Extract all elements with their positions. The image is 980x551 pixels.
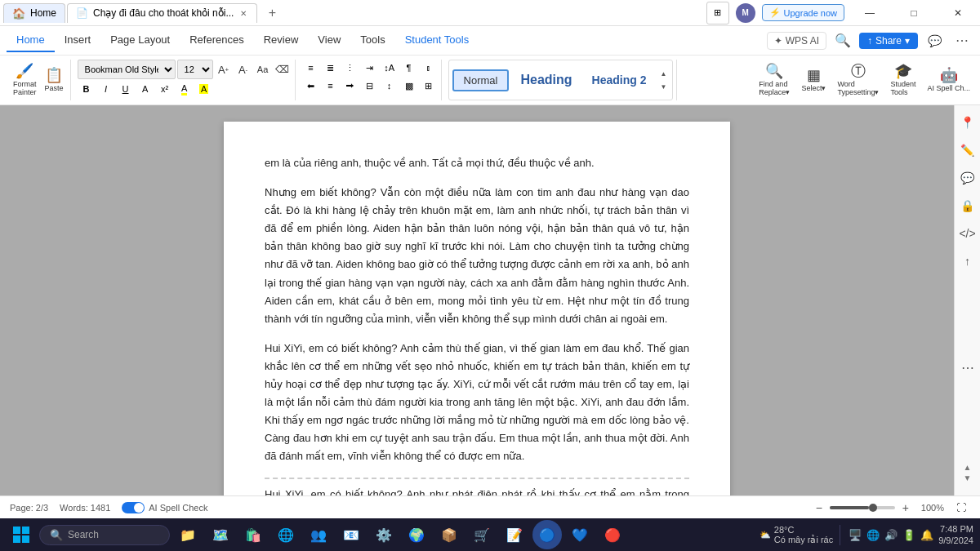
italic-btn[interactable]: I	[97, 81, 115, 97]
maximize-btn[interactable]: □	[895, 0, 933, 26]
notification-icon[interactable]: 🔔	[920, 529, 933, 541]
align-left-btn[interactable]: ⬅	[302, 78, 320, 94]
zoom-thumb[interactable]	[869, 504, 877, 512]
superscript-btn[interactable]: x²	[156, 81, 174, 97]
sidebar-comment-icon[interactable]: 💬	[957, 167, 978, 189]
text-color-btn[interactable]: A	[176, 81, 194, 97]
borders-btn[interactable]: ⊞	[420, 78, 438, 94]
bullet-list-btn[interactable]: ≡	[302, 60, 320, 76]
share-btn[interactable]: ↑ Share ▾	[859, 33, 918, 49]
taskbar-app-chrome[interactable]: 🔵	[532, 520, 562, 549]
highlight-btn[interactable]: A	[195, 81, 213, 97]
zoom-slider[interactable]	[830, 506, 895, 509]
font-color-btn[interactable]: A	[136, 81, 154, 97]
align-center-btn[interactable]: ≡	[322, 78, 340, 94]
taskbar-app-settings[interactable]: ⚙️	[369, 520, 399, 549]
full-screen-btn[interactable]: ⛶	[952, 499, 970, 517]
taskbar-app-browser[interactable]: 🌍	[402, 520, 431, 549]
style-scroll-up[interactable]: ▲	[657, 68, 669, 79]
profile-avatar[interactable]: M	[736, 3, 755, 23]
list-more-btn[interactable]: ⋮	[341, 60, 359, 76]
show-hide-btn[interactable]: ¶	[400, 60, 418, 76]
zoom-minus-btn[interactable]: −	[812, 500, 826, 515]
search-btn[interactable]: 🔍	[831, 29, 854, 52]
justify-btn[interactable]: ⊟	[361, 78, 379, 94]
taskbar-clock[interactable]: 7:48 PM 9/9/2024	[938, 523, 973, 547]
sort-btn[interactable]: ↕A	[381, 60, 399, 76]
taskbar-app-teams[interactable]: 👥	[304, 520, 333, 549]
taskbar-search[interactable]: 🔍 Search	[39, 525, 170, 545]
tab-tools[interactable]: Tools	[350, 29, 394, 52]
clear-format-btn[interactable]: ⌫	[274, 60, 292, 78]
paste-btn[interactable]: 📋 Paste	[42, 62, 67, 98]
style-normal-btn[interactable]: Normal	[452, 69, 510, 91]
page-down-btn[interactable]: ▼	[964, 473, 972, 482]
change-case-btn[interactable]: Aa	[254, 60, 272, 78]
minimize-btn[interactable]: —	[851, 0, 889, 26]
increase-font-btn[interactable]: A+	[215, 60, 233, 78]
comment-btn[interactable]: 💬	[923, 29, 946, 52]
ai-toggle-switch[interactable]	[122, 502, 145, 513]
taskbar-app-dropbox[interactable]: 📦	[434, 520, 464, 549]
sidebar-pen-icon[interactable]: ✏️	[957, 140, 978, 161]
taskbar-app-store[interactable]: 🛍️	[238, 520, 268, 549]
view-toggle-btn[interactable]: ⊞	[706, 2, 729, 24]
style-heading2-btn[interactable]: Heading 2	[584, 70, 655, 90]
taskbar-app-maps[interactable]: 🗺️	[206, 520, 235, 549]
show-desktop-icon[interactable]: 🖥️	[849, 529, 862, 541]
style-scroll-down[interactable]: ▼	[657, 81, 669, 92]
taskbar-app-zalo[interactable]: 💙	[565, 520, 595, 549]
student-tools-btn[interactable]: 🎓 StudentTools	[887, 62, 919, 98]
tab-review[interactable]: Review	[254, 29, 309, 52]
find-replace-btn[interactable]: 🔍 Find andReplace▾	[755, 62, 793, 98]
shading-btn[interactable]: ▩	[400, 78, 418, 94]
word-typesetting-btn[interactable]: Ⓣ WordTypesetting▾	[834, 62, 882, 98]
bold-btn[interactable]: B	[78, 81, 96, 97]
taskbar-app-extra[interactable]: 🔴	[598, 520, 627, 549]
ai-spell-check-btn[interactable]: 🤖 AI Spell Ch...	[924, 62, 973, 98]
volume-icon[interactable]: 🔊	[884, 529, 898, 541]
zoom-plus-btn[interactable]: +	[898, 500, 913, 515]
taskbar-app-mail[interactable]: 📧	[336, 520, 366, 549]
sidebar-more-btn[interactable]: ⋯	[961, 360, 974, 375]
number-list-btn[interactable]: ≣	[322, 60, 340, 76]
doc-scroll[interactable]: em là của riêng anh, thuộc về anh. Tất c…	[0, 105, 954, 495]
select-btn[interactable]: ▦ Select▾	[798, 62, 829, 98]
taskbar-app-wps[interactable]: 📝	[500, 520, 529, 549]
font-family-select[interactable]: Bookman Old Style	[78, 60, 176, 79]
tab-insert[interactable]: Insert	[55, 29, 101, 52]
wps-ai-btn[interactable]: ✦ WPS AI	[767, 32, 826, 50]
tab-references[interactable]: References	[180, 29, 253, 52]
tab-home[interactable]: Home	[7, 29, 55, 52]
network-icon[interactable]: 🌐	[866, 529, 880, 541]
style-heading1-btn[interactable]: Heading	[512, 69, 580, 91]
page-up-btn[interactable]: ▲	[964, 463, 972, 472]
upgrade-btn[interactable]: ⚡ Upgrade now	[762, 4, 844, 21]
battery-icon[interactable]: 🔋	[902, 529, 915, 541]
indent-more-btn[interactable]: ⇥	[361, 60, 379, 76]
tab-page-layout[interactable]: Page Layout	[100, 29, 180, 52]
align-right-btn[interactable]: ⮕	[341, 78, 359, 94]
underline-btn[interactable]: U	[117, 81, 135, 97]
more-btn[interactable]: ⋯	[951, 29, 973, 52]
ai-toggle[interactable]: AI Spell Check	[122, 502, 207, 513]
start-btn[interactable]	[7, 520, 36, 549]
sidebar-share-icon[interactable]: ↑	[957, 251, 978, 272]
sidebar-location-icon[interactable]: 📍	[957, 112, 978, 133]
sidebar-lock-icon[interactable]: 🔒	[957, 195, 978, 216]
columns-btn[interactable]: ⫾	[420, 60, 438, 76]
tab-view[interactable]: View	[308, 29, 350, 52]
sidebar-code-icon[interactable]: </>	[957, 223, 978, 244]
format-painter-btn[interactable]: 🖌️ FormatPainter	[10, 62, 40, 98]
close-btn[interactable]: ✕	[939, 0, 977, 26]
doc-tab[interactable]: 📄 Chạy đi đâu cho thoát khỏi nỗi... ✕	[67, 3, 257, 23]
taskbar-app-file-manager[interactable]: 📁	[173, 520, 203, 549]
taskbar-app-amazon[interactable]: 🛒	[467, 520, 497, 549]
decrease-font-btn[interactable]: A-	[234, 60, 252, 78]
line-spacing-btn[interactable]: ↕	[381, 78, 399, 94]
tab-close-btn[interactable]: ✕	[238, 7, 248, 20]
taskbar-app-edge[interactable]: 🌐	[271, 520, 301, 549]
font-size-select[interactable]: 12	[177, 60, 213, 79]
tab-student-tools[interactable]: Student Tools	[395, 29, 479, 52]
home-tab[interactable]: 🏠 Home	[3, 3, 65, 23]
